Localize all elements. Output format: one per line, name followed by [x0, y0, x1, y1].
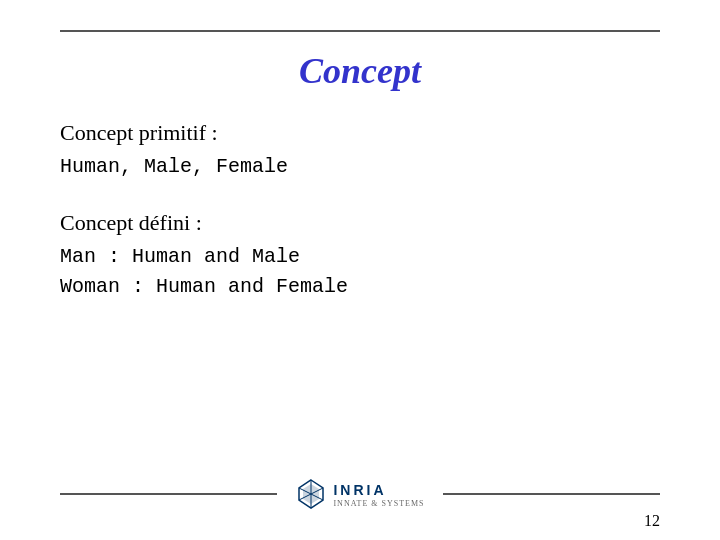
page-number: 12	[644, 512, 660, 530]
top-divider	[60, 30, 660, 32]
code-line-man: Man : Human and Male	[60, 242, 660, 272]
logo-subtext: INNATE & SYSTEMS	[333, 499, 424, 508]
section-primitif: Concept primitif : Human, Male, Female	[60, 120, 660, 210]
section-primitif-label: Concept primitif :	[60, 120, 660, 146]
logo-text-area: INRIA INNATE & SYSTEMS	[333, 481, 424, 508]
inria-logo-icon	[295, 478, 327, 510]
slide-title: Concept	[60, 50, 660, 92]
content-area: Concept primitif : Human, Male, Female C…	[60, 120, 660, 490]
bottom-line-left	[60, 493, 277, 495]
logo-area: INRIA INNATE & SYSTEMS	[295, 478, 424, 510]
bottom-line-right	[443, 493, 660, 495]
section-defini-label: Concept défini :	[60, 210, 660, 236]
slide: Concept Concept primitif : Human, Male, …	[0, 0, 720, 540]
section-primitif-code: Human, Male, Female	[60, 152, 660, 182]
logo-name: INRIA	[333, 482, 386, 498]
code-line-0: Human, Male, Female	[60, 152, 660, 182]
bottom-bar: INRIA INNATE & SYSTEMS	[60, 478, 660, 510]
code-line-woman: Woman : Human and Female	[60, 272, 660, 302]
section-defini-code: Man : Human and Male Woman : Human and F…	[60, 242, 660, 302]
section-defini: Concept défini : Man : Human and Male Wo…	[60, 210, 660, 330]
